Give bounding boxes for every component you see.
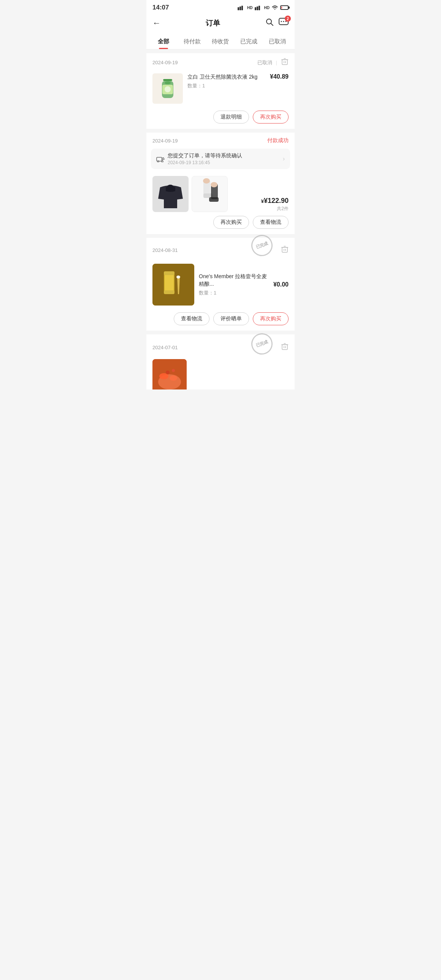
trash-icon-3 bbox=[281, 245, 288, 253]
beer-svg bbox=[153, 264, 194, 305]
order-header-4: 2024-07-01 已完成 bbox=[146, 334, 295, 359]
svg-point-23 bbox=[158, 161, 159, 162]
order-notification-2[interactable]: 您提交了订单，请等待系统确认 2024-09-19 13:16:45 › bbox=[151, 149, 290, 169]
completed-stamp-4: 已完成 bbox=[251, 333, 274, 356]
svg-rect-5 bbox=[258, 6, 260, 10]
multi-price-2: ¥¥122.90 共2件 bbox=[261, 197, 288, 212]
search-button[interactable] bbox=[265, 18, 274, 29]
svg-rect-3 bbox=[255, 7, 256, 10]
completed-stamp-3: 已完成 bbox=[251, 235, 274, 258]
buy-again-button-1[interactable]: 再次购买 bbox=[253, 111, 288, 124]
order-status-row-4: 已完成 bbox=[251, 339, 288, 356]
svg-rect-17 bbox=[163, 79, 172, 81]
product-image-2b bbox=[192, 176, 228, 212]
svg-point-52 bbox=[170, 375, 177, 381]
socks-svg bbox=[192, 176, 228, 212]
svg-rect-39 bbox=[164, 271, 175, 275]
delivery-icon bbox=[156, 156, 165, 162]
multi-product-section-2: ¥¥122.90 共2件 bbox=[146, 173, 295, 212]
product-row-3: One's Member 拉格壹号全麦精酿... 数量：1 ¥0.00 bbox=[146, 261, 295, 309]
header-icons: 2 bbox=[265, 18, 288, 29]
delete-order-4[interactable] bbox=[281, 343, 288, 352]
delete-order-3[interactable] bbox=[281, 245, 288, 255]
svg-point-20 bbox=[165, 86, 171, 92]
tab-completed[interactable]: 已完成 bbox=[234, 33, 263, 49]
product-image-4 bbox=[153, 359, 187, 390]
svg-rect-44 bbox=[282, 345, 287, 350]
message-button[interactable]: 2 bbox=[279, 18, 288, 29]
laundry-bottle-svg bbox=[156, 75, 179, 102]
status-icons: HD HD bbox=[237, 5, 288, 10]
svg-point-54 bbox=[172, 369, 175, 372]
notify-text-2: 您提交了订单，请等待系统确认 bbox=[168, 153, 242, 159]
order-btn-row-1: 退款明细 再次购买 bbox=[146, 107, 295, 129]
order-btn-row-2: 再次购买 查看物流 bbox=[146, 212, 295, 234]
product-info-1: 立白 卫仕天然除菌洗衣液 2kg 数量：1 bbox=[188, 73, 265, 89]
svg-rect-40 bbox=[164, 290, 175, 294]
svg-rect-22 bbox=[157, 158, 162, 161]
trash-icon-1 bbox=[281, 58, 288, 65]
status-time: 14:07 bbox=[153, 4, 169, 11]
chevron-right-icon: › bbox=[283, 156, 285, 162]
view-logistics-button-2[interactable]: 查看物流 bbox=[253, 216, 288, 229]
price-value-1: ¥40.89 bbox=[270, 73, 288, 80]
price-value-2: ¥¥122.90 bbox=[261, 197, 288, 205]
svg-rect-12 bbox=[282, 60, 287, 65]
delete-order-1[interactable] bbox=[281, 58, 288, 67]
price-value-3: ¥0.00 bbox=[273, 281, 288, 288]
buy-again-button-3[interactable]: 再次购买 bbox=[253, 312, 288, 325]
trash-icon-4 bbox=[281, 343, 288, 350]
order-card-4: 2024-07-01 已完成 bbox=[146, 334, 295, 390]
svg-point-43 bbox=[177, 275, 180, 278]
order-header-3: 2024-08-31 已完成 bbox=[146, 238, 295, 261]
hd-label: HD bbox=[247, 6, 252, 10]
search-icon bbox=[265, 18, 274, 27]
order-status-1: 已取消 bbox=[257, 59, 272, 66]
status-bar: 14:07 HD HD bbox=[146, 0, 295, 14]
svg-point-25 bbox=[167, 185, 174, 188]
buy-again-button-2[interactable]: 再次购买 bbox=[213, 216, 249, 229]
svg-rect-29 bbox=[209, 197, 219, 202]
refund-detail-button[interactable]: 退款明细 bbox=[213, 111, 249, 124]
hoodie-svg bbox=[153, 176, 189, 212]
tab-cancelled[interactable]: 已取消 bbox=[263, 33, 291, 49]
order-header-2: 2024-09-19 付款成功 bbox=[146, 133, 295, 147]
back-button[interactable]: ← bbox=[153, 18, 161, 28]
product-images-2 bbox=[153, 176, 228, 212]
product-image-3 bbox=[153, 264, 194, 305]
tab-pending-receive[interactable]: 待收货 bbox=[207, 33, 235, 49]
product-image-1 bbox=[153, 73, 183, 104]
order-card-3: 2024-08-31 已完成 bbox=[146, 238, 295, 331]
svg-point-31 bbox=[211, 182, 218, 187]
tabs-bar: 全部 待付款 待收货 已完成 已取消 bbox=[146, 33, 295, 49]
signal-icon bbox=[237, 5, 245, 10]
svg-point-21 bbox=[165, 81, 171, 84]
notify-text-block: 您提交了订单，请等待系统确认 2024-09-19 13:16:45 bbox=[168, 153, 242, 165]
order-header-1: 2024-09-19 已取消 | bbox=[146, 53, 295, 70]
svg-rect-41 bbox=[165, 275, 174, 290]
product-info-3: One's Member 拉格壹号全麦精酿... 数量：1 bbox=[199, 273, 269, 296]
tab-pending-pay[interactable]: 待付款 bbox=[178, 33, 207, 49]
order-card-1: 2024-09-19 已取消 | bbox=[146, 53, 295, 129]
product-partial-4 bbox=[146, 359, 295, 390]
header: ← 订单 2 bbox=[146, 14, 295, 33]
tab-all[interactable]: 全部 bbox=[150, 33, 178, 49]
bottom-spacer bbox=[146, 390, 295, 397]
order-card-2: 2024-09-19 付款成功 您提交了订单，请等待系统确认 2024-09-1… bbox=[146, 133, 295, 234]
food-svg bbox=[153, 359, 187, 390]
svg-rect-4 bbox=[256, 6, 258, 10]
signal2-icon bbox=[255, 5, 262, 10]
svg-rect-0 bbox=[237, 7, 239, 10]
svg-point-10 bbox=[283, 21, 284, 22]
order-status-row-1: 已取消 | bbox=[257, 58, 288, 67]
view-logistics-button-3[interactable]: 查看物流 bbox=[174, 312, 210, 325]
price-sub-2: 共2件 bbox=[261, 205, 288, 212]
svg-point-24 bbox=[162, 161, 163, 162]
product-image-2a bbox=[153, 176, 189, 212]
order-status-row-3: 已完成 bbox=[251, 242, 288, 258]
order-btn-row-3: 查看物流 评价晒单 再次购买 bbox=[146, 309, 295, 331]
notify-time-2: 2024-09-19 13:16:45 bbox=[168, 160, 242, 165]
review-button-3[interactable]: 评价晒单 bbox=[213, 312, 249, 325]
product-name-1: 立白 卫仕天然除菌洗衣液 2kg bbox=[188, 73, 265, 81]
svg-point-9 bbox=[281, 21, 282, 22]
